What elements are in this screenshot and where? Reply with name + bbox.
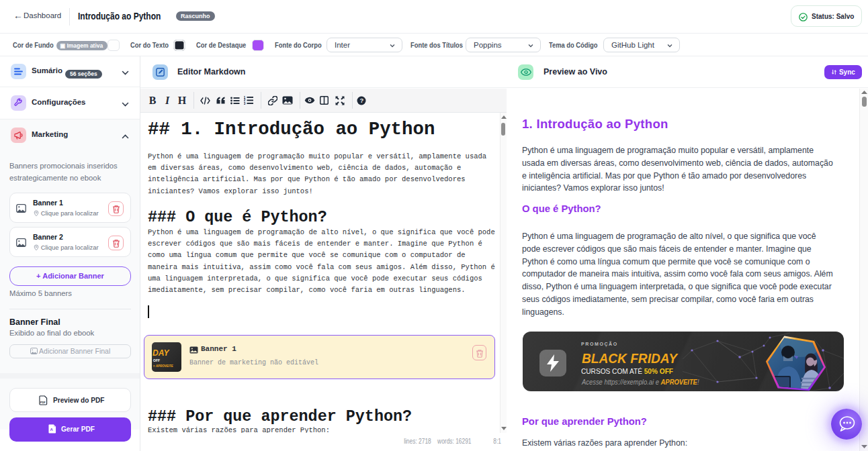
svg-text:3: 3 xyxy=(244,101,246,105)
svg-text:A: A xyxy=(50,428,53,432)
svg-text:?: ? xyxy=(359,97,363,104)
svg-text:PDF: PDF xyxy=(40,401,46,404)
